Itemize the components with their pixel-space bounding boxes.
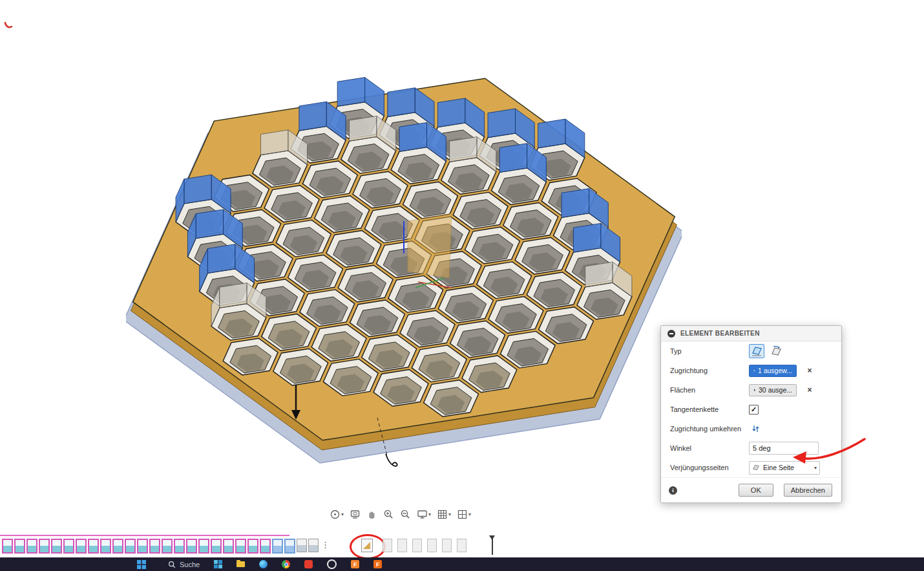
- reference-plane[interactable]: [408, 213, 452, 278]
- pull-direction-clear-button[interactable]: [804, 365, 815, 376]
- timeline-item-pink[interactable]: [174, 539, 185, 554]
- chevron-down-icon: [448, 512, 451, 517]
- timeline-item-pink[interactable]: [76, 539, 87, 554]
- selected-face[interactable]: [196, 210, 224, 239]
- info-icon[interactable]: [669, 486, 677, 495]
- timeline-item-pink[interactable]: [211, 539, 222, 554]
- timeline-item-gray[interactable]: [383, 539, 392, 552]
- timeline-selection-highlight: [0, 535, 289, 536]
- draft-parting-icon: [770, 345, 782, 358]
- taskbar-icon-file-explorer[interactable]: [236, 561, 245, 567]
- timeline-item-pink[interactable]: [149, 539, 160, 554]
- timeline-item-pink[interactable]: [39, 539, 50, 554]
- taskbar-search[interactable]: Suche: [168, 561, 200, 568]
- draft-type-fixed-plane-button[interactable]: [749, 344, 764, 358]
- selected-face[interactable]: [573, 223, 601, 252]
- grid-settings-button[interactable]: [437, 509, 451, 520]
- timeline-item-gray[interactable]: [457, 539, 467, 552]
- taskbar-icon-tiles[interactable]: [214, 560, 222, 568]
- timeline-item-pink[interactable]: [247, 539, 258, 554]
- wall-face[interactable]: [220, 283, 247, 308]
- annotation-mark: [5, 23, 12, 27]
- wall-face[interactable]: [261, 130, 289, 155]
- timeline-item-pink[interactable]: [26, 539, 37, 554]
- timeline-item-pink[interactable]: [2, 539, 13, 554]
- selected-face[interactable]: [207, 244, 235, 274]
- fit-to-view-button[interactable]: [400, 509, 411, 520]
- select-cursor-icon: [753, 386, 756, 394]
- timeline-item-pink[interactable]: [223, 539, 234, 554]
- dialog-grip-icon[interactable]: [667, 330, 675, 338]
- chevron-down-icon: [814, 465, 817, 471]
- selected-face[interactable]: [488, 109, 516, 138]
- wall-face[interactable]: [350, 116, 377, 141]
- taskbar-icon-chrome[interactable]: [282, 560, 290, 568]
- flip-direction-button[interactable]: [749, 423, 762, 435]
- timeline-item-dots[interactable]: [320, 539, 326, 551]
- taskbar-icon-edge[interactable]: [259, 560, 268, 568]
- timeline-item-bluegray[interactable]: [297, 539, 307, 552]
- faces-clear-button[interactable]: [804, 385, 815, 395]
- timeline-item-pink[interactable]: [186, 539, 197, 554]
- timeline-item-pink[interactable]: [125, 539, 136, 554]
- taskbar-icon-fusion-2[interactable]: F: [373, 560, 382, 568]
- angle-input[interactable]: [749, 442, 819, 455]
- timeline-item-pink[interactable]: [162, 539, 173, 554]
- timeline-item-pink[interactable]: [88, 539, 99, 554]
- timeline-item-pink[interactable]: [14, 539, 25, 554]
- timeline-item-draft[interactable]: [361, 539, 373, 552]
- selected-face[interactable]: [299, 102, 326, 131]
- timeline-item-gray[interactable]: [412, 539, 422, 552]
- timeline-item-gray[interactable]: [442, 539, 452, 552]
- orbit-button[interactable]: [330, 509, 344, 520]
- faces-selection-chip[interactable]: 30 ausge...: [749, 384, 797, 396]
- timeline-item-pink[interactable]: [260, 539, 271, 554]
- timeline-item-pink[interactable]: [198, 539, 209, 554]
- timeline-item-blue[interactable]: [272, 539, 283, 554]
- selected-face[interactable]: [562, 189, 589, 218]
- wall-face[interactable]: [450, 137, 477, 162]
- timeline-item-pink[interactable]: [51, 539, 62, 554]
- selected-face[interactable]: [538, 119, 565, 148]
- start-button[interactable]: [137, 560, 146, 569]
- row-type: Typ: [661, 341, 841, 361]
- dialog-header[interactable]: ELEMENT BEARBEITEN: [661, 326, 841, 341]
- timeline-item-pink[interactable]: [100, 539, 111, 554]
- timeline-item-blue[interactable]: [284, 539, 295, 554]
- display-settings-button[interactable]: [417, 509, 431, 520]
- timeline-item-gray[interactable]: [427, 539, 437, 552]
- selected-face[interactable]: [399, 123, 426, 152]
- taskbar-icon-fusion-1[interactable]: F: [351, 560, 359, 568]
- timeline-item-pink[interactable]: [137, 539, 148, 554]
- look-at-button[interactable]: [350, 509, 361, 520]
- 3d-viewport[interactable]: [126, 58, 682, 485]
- pull-direction-selection-chip[interactable]: 1 ausgew...: [749, 365, 797, 377]
- tangent-chain-checkbox[interactable]: [749, 405, 759, 415]
- timeline-item-pink[interactable]: [112, 539, 123, 554]
- pan-button[interactable]: [366, 509, 377, 520]
- cancel-button[interactable]: Abbrechen: [784, 484, 832, 497]
- ok-button[interactable]: OK: [739, 484, 773, 497]
- selected-face[interactable]: [184, 175, 211, 204]
- taskbar-icon-red-app[interactable]: [304, 560, 313, 568]
- taper-sides-dropdown[interactable]: Eine Seite: [749, 461, 820, 475]
- chevron-down-icon: [428, 512, 431, 517]
- timeline-item-gray[interactable]: [397, 539, 407, 552]
- fit-to-view-icon: [400, 509, 411, 520]
- draft-type-parting-line-button[interactable]: [768, 344, 784, 358]
- app-tiles-icon: [214, 560, 222, 568]
- grid-icon: [437, 509, 448, 520]
- taskbar-icon-ring-app[interactable]: [327, 559, 337, 569]
- selected-face[interactable]: [437, 98, 465, 127]
- selected-face[interactable]: [337, 78, 365, 107]
- selected-face[interactable]: [499, 144, 527, 173]
- selected-face[interactable]: [388, 88, 415, 117]
- feature-timeline: [0, 534, 501, 557]
- zoom-button[interactable]: [383, 509, 394, 520]
- timeline-item-bluegray[interactable]: [308, 539, 319, 552]
- timeline-item-pink[interactable]: [63, 539, 74, 554]
- viewports-button[interactable]: [457, 509, 471, 520]
- timeline-playhead[interactable]: [489, 535, 495, 555]
- timeline-item-pink[interactable]: [235, 539, 246, 554]
- wall-face[interactable]: [585, 262, 613, 287]
